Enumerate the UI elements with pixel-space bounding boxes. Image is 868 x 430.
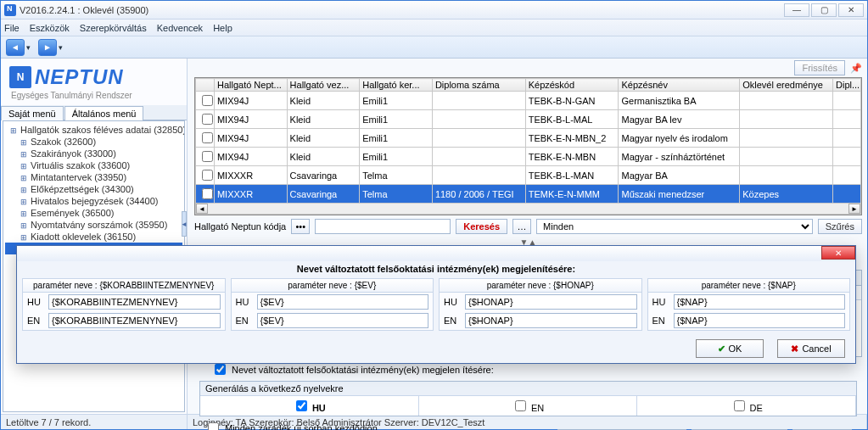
param-en-input[interactable] bbox=[48, 313, 221, 328]
row-checkbox[interactable] bbox=[202, 170, 213, 181]
cell: TEBK-B-L-MAL bbox=[525, 110, 619, 129]
nav-back-button[interactable]: ◄ bbox=[6, 39, 25, 56]
table-row[interactable]: MIX94JKleidEmili1TEBK-E-N-MBN_2Magyar ny… bbox=[196, 129, 861, 148]
tree-node[interactable]: Előképzettségek (34300) bbox=[5, 183, 182, 195]
cell: Kleid bbox=[287, 129, 360, 148]
cell bbox=[432, 92, 525, 110]
tree-node[interactable]: Virtuális szakok (33600) bbox=[5, 159, 182, 171]
param-hu-input[interactable] bbox=[465, 294, 637, 310]
tree-node[interactable]: Nyomtatvány sorszámok (35950) bbox=[5, 219, 182, 231]
param-en-input[interactable] bbox=[465, 313, 637, 328]
param-header: paraméter neve : {$HONAP} bbox=[440, 279, 641, 293]
lang-en-chk[interactable] bbox=[515, 400, 526, 411]
chk-name-changed[interactable] bbox=[215, 364, 226, 375]
bottom-area: Nevet változtatott felsőoktatási intézmé… bbox=[194, 359, 862, 430]
filter-select[interactable]: Minden bbox=[536, 219, 813, 234]
param-column: paraméter neve : {$EV}HUEN bbox=[231, 278, 434, 331]
cell: Kleid bbox=[287, 148, 360, 166]
grid-header[interactable]: Diploma száma bbox=[432, 79, 525, 92]
param-hu-input[interactable] bbox=[674, 294, 846, 310]
nav-toolbar: ◄▾ ►▾ bbox=[1, 36, 867, 59]
param-column: paraméter neve : {$NAP}HUEN bbox=[647, 278, 851, 331]
tree-node[interactable]: Események (36500) bbox=[5, 207, 182, 219]
nav-fwd-drop[interactable]: ▾ bbox=[59, 43, 69, 52]
cancel-button[interactable]: ✖Cancel bbox=[777, 339, 845, 358]
grid-header[interactable]: Hallgató Nept... bbox=[214, 79, 287, 92]
cell: Magyar BA lev bbox=[619, 110, 740, 129]
cell bbox=[740, 166, 833, 185]
cell: Emili1 bbox=[360, 129, 433, 148]
lang-de-chk[interactable] bbox=[734, 400, 745, 411]
grid-header[interactable]: Képzésnév bbox=[619, 79, 740, 92]
lang-hu-chk[interactable] bbox=[296, 400, 307, 411]
minimize-button[interactable] bbox=[784, 3, 809, 17]
tree-node[interactable]: Kiadott oklevelek (36150) bbox=[5, 231, 182, 243]
maximize-button[interactable] bbox=[811, 3, 837, 17]
menu-file[interactable]: File bbox=[4, 23, 20, 33]
table-row[interactable]: MIX94JKleidEmili1TEBK-B-N-GANGermaniszti… bbox=[196, 92, 861, 110]
cell bbox=[740, 129, 833, 148]
scroll-right-icon[interactable]: ► bbox=[848, 204, 860, 214]
grid-header[interactable]: Képzéskód bbox=[525, 79, 619, 92]
table-row[interactable]: MIXXXRCsavaringaTelmaTEBK-B-L-MANMagyar … bbox=[196, 166, 861, 185]
tree-node[interactable]: Mintatantervek (33950) bbox=[5, 171, 182, 183]
param-hu-input[interactable] bbox=[48, 294, 221, 310]
ok-button[interactable]: ✔OK bbox=[696, 339, 764, 358]
row-checkbox[interactable] bbox=[202, 132, 213, 143]
x-icon: ✖ bbox=[791, 343, 798, 355]
param-hu-input[interactable] bbox=[257, 294, 429, 310]
dialog-close-button[interactable]: ✕ bbox=[821, 246, 855, 260]
lang-de[interactable]: DE bbox=[637, 396, 856, 416]
tab-general-menu[interactable]: Általános menü bbox=[64, 106, 144, 120]
grid-header[interactable]: Hallgató ker... bbox=[360, 79, 433, 92]
chk-newline-each[interactable] bbox=[208, 422, 219, 430]
logo: N NEPTUN Egységes Tanulmányi Rendszer bbox=[1, 59, 187, 105]
param-en-input[interactable] bbox=[674, 313, 846, 328]
refresh-button[interactable]: Frissítés bbox=[794, 60, 845, 75]
close-button[interactable] bbox=[838, 3, 864, 17]
grid-header[interactable] bbox=[196, 79, 215, 92]
table-row[interactable]: MIX94JKleidEmili1TEBK-E-N-MBNMagyar - sz… bbox=[196, 148, 861, 166]
search-input[interactable] bbox=[315, 219, 451, 234]
row-checkbox[interactable] bbox=[202, 151, 213, 162]
param-en-input[interactable] bbox=[257, 313, 429, 328]
grid-header[interactable]: Dipl... bbox=[833, 79, 861, 92]
row-checkbox[interactable] bbox=[202, 188, 213, 199]
lang-en[interactable]: EN bbox=[419, 396, 638, 416]
menu-role[interactable]: Szerepkörváltás bbox=[80, 23, 147, 33]
table-row[interactable]: MIX94JKleidEmili1TEBK-B-L-MALMagyar BA l… bbox=[196, 110, 861, 129]
cell: MIX94J bbox=[214, 110, 287, 129]
cell: Germanisztika BA bbox=[619, 92, 740, 110]
tab-own-menu[interactable]: Saját menü bbox=[1, 106, 64, 120]
more-options-button[interactable]: … bbox=[512, 219, 531, 234]
lookup-button[interactable]: ••• bbox=[291, 219, 310, 234]
cell: 1180 / 2006 / TEGI bbox=[432, 185, 525, 204]
nav-back-drop[interactable]: ▾ bbox=[26, 43, 36, 52]
tree-node[interactable]: Hallgatók szakos féléves adatai (32850) bbox=[5, 124, 182, 136]
menu-help[interactable]: Help bbox=[213, 23, 232, 33]
collapse-handle-icon[interactable]: ◄ bbox=[182, 211, 187, 237]
cell: TEBK-E-N-MBN_2 bbox=[525, 129, 619, 148]
row-checkbox[interactable] bbox=[202, 114, 213, 125]
grid-header[interactable]: Oklevél eredménye bbox=[740, 79, 833, 92]
search-button[interactable]: Keresés bbox=[456, 219, 507, 234]
logo-subtitle: Egységes Tanulmányi Rendszer bbox=[9, 89, 178, 103]
filter-button[interactable]: Szűrés bbox=[818, 219, 862, 234]
nav-fwd-button[interactable]: ► bbox=[38, 39, 57, 56]
scroll-left-icon[interactable]: ◄ bbox=[196, 204, 208, 214]
grid-header[interactable]: Hallgató vez... bbox=[287, 79, 360, 92]
lang-label: HU bbox=[652, 297, 669, 307]
param-header: paraméter neve : {$KORABBIINTEZMENYNEV} bbox=[23, 279, 225, 293]
menu-favorites[interactable]: Kedvencek bbox=[157, 23, 203, 33]
tree-node[interactable]: Szakok (32600) bbox=[5, 136, 182, 148]
row-checkbox[interactable] bbox=[202, 95, 213, 106]
tree-node[interactable]: Szakirányok (33000) bbox=[5, 148, 182, 159]
data-grid[interactable]: Hallgató Nept... Hallgató vez... Hallgat… bbox=[194, 77, 862, 215]
cell: MIX94J bbox=[214, 92, 287, 110]
cell bbox=[740, 148, 833, 166]
tree-node[interactable]: Hivatalos bejegyzések (34400) bbox=[5, 195, 182, 207]
pin-icon[interactable]: 📌 bbox=[850, 63, 862, 74]
menu-tools[interactable]: Eszközök bbox=[30, 23, 70, 33]
table-row[interactable]: MIXXXRCsavaringaTelma1180 / 2006 / TEGIT… bbox=[196, 185, 861, 204]
lang-hu[interactable]: HU bbox=[200, 396, 419, 416]
